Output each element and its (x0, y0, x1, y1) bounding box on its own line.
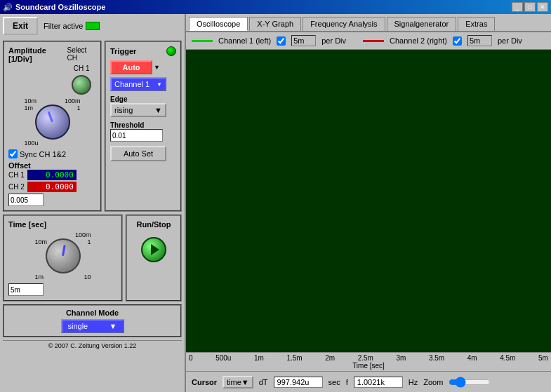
left-top-bar: Exit Filter active (3, 17, 182, 38)
x-label-5m: 5m (538, 354, 548, 362)
time-label-100m: 100m (75, 231, 91, 238)
sync-checkbox[interactable] (8, 149, 18, 158)
ch1-per-div-input[interactable] (291, 35, 316, 46)
threshold-label: Threshold (110, 121, 176, 129)
middle-row: Amplitude [1/Div] Select CH CH 1 10m 100… (3, 41, 182, 212)
filter-active-label: Filter active (44, 22, 83, 30)
x-label-0: 0 (189, 354, 193, 362)
oscilloscope-display (186, 50, 551, 352)
time-label-10: 10 (84, 273, 91, 281)
offset-label: Offset (8, 161, 31, 170)
copyright-text: © 2007 C. Zeitung Version 1.22 (48, 342, 137, 349)
x-label-3-5m: 3.5m (429, 354, 444, 362)
tab-signalgenerator[interactable]: Signalgenerator (387, 17, 457, 31)
ch1-label: Channel 1 (left) (218, 36, 271, 45)
time-knob-container: 100m 10m 1 1m 10 (35, 231, 91, 281)
close-button[interactable]: ✕ (537, 2, 548, 12)
x-axis-title: Time [sec] (186, 362, 551, 371)
trigger-channel-value: Channel 1 (114, 80, 150, 88)
amplitude-knob-container: 10m 100m 1m 1 100u (25, 97, 81, 147)
zoom-label: Zoom (423, 378, 443, 386)
trigger-led (166, 46, 176, 56)
filter-led (86, 22, 100, 30)
ch1-offset-value[interactable]: 0.0000 (27, 170, 77, 180)
dt-value-input[interactable] (274, 377, 323, 388)
ch2-offset-label: CH 2 (8, 183, 25, 191)
tab-frequency-analysis[interactable]: Frequency Analysis (303, 17, 385, 31)
f-value-input[interactable] (354, 377, 403, 388)
ch2-per-div-input[interactable] (467, 35, 492, 46)
edge-dropdown[interactable]: rising ▼ (110, 103, 166, 117)
time-knob-indicator (62, 245, 66, 256)
scope-canvas (186, 50, 551, 352)
time-label-1m: 1m (35, 273, 44, 281)
threshold-value: 0.01 (112, 132, 126, 140)
dt-unit: sec (328, 378, 340, 386)
main-layout: Exit Filter active Amplitude [1/Div] Sel… (0, 14, 551, 392)
select-ch-label: Select CH (67, 46, 96, 62)
ch1-checkbox[interactable] (277, 36, 286, 46)
time-label-10m: 10m (35, 238, 48, 245)
edge-value: rising (114, 106, 133, 114)
x-axis-labels: 0 500u 1m 1.5m 2m 2.5m 3m 3.5m 4m 4.5m 5… (186, 352, 551, 362)
x-label-4m: 4m (467, 354, 477, 362)
dt-label: dT (259, 378, 268, 386)
play-icon (151, 244, 159, 255)
amp-label-10m: 10m (25, 97, 37, 104)
ch1-label: CH 1 (74, 65, 90, 72)
threshold-spinner[interactable]: 0.01 (110, 129, 163, 142)
channel-mode-value: single (68, 322, 88, 330)
tabs-bar: Oscilloscope X-Y Graph Frequency Analysi… (186, 14, 551, 32)
ch2-checkbox[interactable] (453, 36, 462, 46)
offset-section: Offset CH 1 0.0000 CH 2 0.0000 (8, 161, 96, 192)
amplitude-spinner[interactable]: 0.005 (8, 194, 44, 206)
amplitude-title: Amplitude [1/Div] (8, 46, 67, 63)
trigger-mode-row: Auto ▼ (110, 60, 176, 74)
zoom-slider[interactable] (449, 377, 491, 388)
trigger-dropdown-arrow: ▼ (154, 64, 160, 71)
x-label-1-5m: 1.5m (286, 354, 302, 362)
edge-label: Edge (110, 95, 176, 103)
time-knob[interactable] (46, 238, 81, 273)
per-div-label-1: per Div (321, 36, 346, 45)
filter-active-indicator: Filter active (44, 22, 100, 30)
autoset-button[interactable]: Auto Set (110, 146, 166, 161)
channel-mode-section: Channel Mode single ▼ (3, 304, 182, 337)
ch1-offset-label: CH 1 (8, 171, 25, 179)
sync-checkbox-row: Sync CH 1&2 (8, 149, 96, 158)
x-label-2-5m: 2.5m (358, 354, 373, 362)
amp-label-1m: 1m (25, 104, 34, 111)
tab-xy-graph[interactable]: X-Y Graph (249, 17, 301, 31)
amplitude-knob[interactable] (35, 104, 70, 140)
trigger-auto-button[interactable]: Auto (110, 60, 152, 74)
cursor-mode-dropdown[interactable]: time ▼ (223, 376, 253, 388)
ch1-color-indicator (192, 40, 213, 42)
x-label-500u: 500u (215, 354, 231, 362)
run-stop-button[interactable] (141, 237, 166, 262)
right-panel: Oscilloscope X-Y Graph Frequency Analysi… (186, 14, 551, 392)
bottom-bar: Cursor time ▼ dT sec f Hz Zoom (186, 371, 551, 392)
tab-oscilloscope[interactable]: Oscilloscope (189, 17, 248, 31)
channel-mode-dropdown[interactable]: single ▼ (61, 319, 124, 333)
amp-label-1: 1 (77, 104, 80, 111)
trigger-channel-arrow: ▼ (157, 81, 162, 88)
channel-mode-arrow: ▼ (109, 322, 117, 330)
time-runstop-row: Time [sec] 100m 10m 1 1m 10 5m Run/Stop (3, 215, 182, 302)
ch1-select-knob[interactable] (72, 75, 91, 95)
cursor-label: Cursor (192, 378, 217, 386)
tab-extras[interactable]: Extras (458, 17, 495, 31)
trigger-channel-dropdown[interactable]: Channel 1 ▼ (110, 77, 166, 91)
f-label: f (346, 378, 348, 386)
ch2-offset-value[interactable]: 0.0000 (27, 182, 77, 192)
time-spinner[interactable]: 5m (8, 283, 44, 296)
maximize-button[interactable]: □ (524, 2, 536, 12)
left-panel: Exit Filter active Amplitude [1/Div] Sel… (0, 14, 186, 392)
app-icon: 🔊 (3, 3, 13, 12)
trigger-header: Trigger (110, 46, 176, 56)
exit-button[interactable]: Exit (3, 17, 38, 35)
title-bar-left: 🔊 Soundcard Oszilloscope (3, 3, 105, 12)
x-label-1m: 1m (254, 354, 264, 362)
minimize-button[interactable]: _ (512, 2, 523, 12)
ch2-color-indicator (363, 40, 384, 42)
x-label-2m: 2m (325, 354, 335, 362)
